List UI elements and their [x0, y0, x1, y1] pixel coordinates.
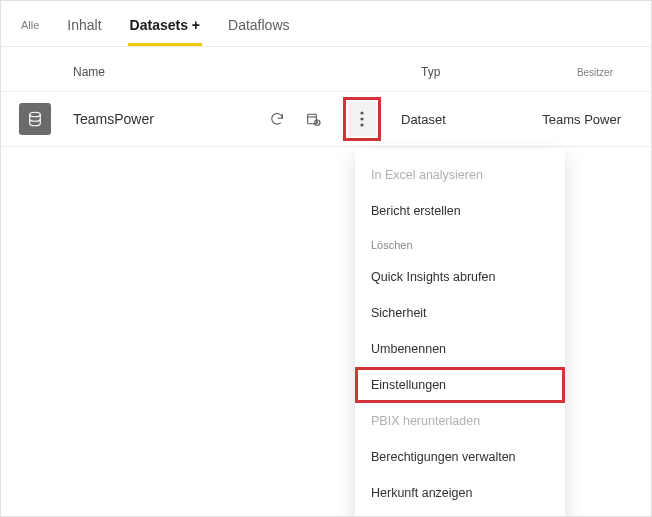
svg-point-0	[30, 112, 41, 117]
table-row[interactable]: TeamsPower Dataset Teams Power	[1, 91, 651, 147]
table-header: Name Typ Besitzer	[1, 47, 651, 91]
column-header-name[interactable]: Name	[73, 65, 373, 79]
menu-download-pbix: PBIX herunterladen	[355, 403, 565, 439]
svg-point-3	[360, 111, 363, 114]
menu-view-lineage[interactable]: Herkunft anzeigen	[355, 475, 565, 511]
tab-all[interactable]: Alle	[19, 13, 41, 44]
menu-quick-insights[interactable]: Quick Insights abrufen	[355, 259, 565, 295]
tab-dataflows[interactable]: Dataflows	[226, 11, 291, 46]
column-header-type[interactable]: Typ	[421, 65, 531, 79]
menu-rename[interactable]: Umbenennen	[355, 331, 565, 367]
svg-point-4	[360, 117, 363, 120]
dataset-icon	[19, 103, 51, 135]
more-options-button[interactable]	[348, 102, 376, 136]
menu-delete[interactable]: Löschen	[355, 229, 565, 259]
schedule-refresh-icon[interactable]	[301, 107, 325, 131]
row-type: Dataset	[401, 112, 446, 127]
more-options-highlight	[343, 97, 381, 141]
column-header-owner[interactable]: Besitzer	[577, 67, 613, 78]
tab-datasets[interactable]: Datasets +	[128, 11, 202, 46]
refresh-icon[interactable]	[265, 107, 289, 131]
menu-create-report[interactable]: Bericht erstellen	[355, 193, 565, 229]
context-menu: In Excel analysieren Bericht erstellen L…	[355, 149, 565, 517]
menu-settings[interactable]: Einstellungen	[355, 367, 565, 403]
row-actions	[265, 102, 381, 136]
tab-content[interactable]: Inhalt	[65, 11, 103, 46]
svg-point-5	[360, 123, 363, 126]
menu-analyze-excel: In Excel analysieren	[355, 157, 565, 193]
row-owner[interactable]: Teams Power	[542, 112, 621, 127]
menu-manage-permissions[interactable]: Berechtigungen verwalten	[355, 439, 565, 475]
row-name[interactable]: TeamsPower	[73, 111, 273, 127]
menu-security[interactable]: Sicherheit	[355, 295, 565, 331]
tab-bar: Alle Inhalt Datasets + Dataflows	[1, 1, 651, 47]
